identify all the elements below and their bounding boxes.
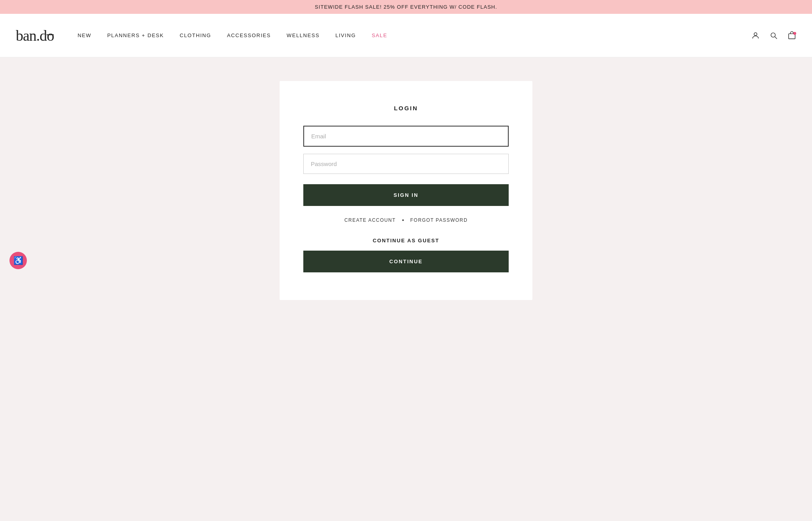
nav-item-wellness[interactable]: WELLNESS [287,32,320,38]
email-input[interactable] [303,126,509,147]
password-input[interactable] [303,154,509,174]
search-icon[interactable] [769,31,778,40]
header-icons [751,31,796,40]
svg-point-4 [793,32,796,34]
svg-point-0 [754,32,757,35]
account-icon[interactable] [751,31,760,40]
cart-icon[interactable] [788,31,796,40]
sign-in-button[interactable]: SIGN IN [303,184,509,206]
login-card: LOGIN SIGN IN CREATE ACCOUNT • FORGOT PA… [280,81,532,300]
nav-item-planners-desk[interactable]: PLANNERS + DESK [107,32,164,38]
nav-item-living[interactable]: LIVING [335,32,356,38]
svg-line-2 [775,37,777,39]
continue-button[interactable]: CONTINUE [303,251,509,272]
dot-separator: • [402,217,404,223]
email-field-container [303,126,509,147]
create-account-link[interactable]: CREATE ACCOUNT [344,217,396,223]
flash-sale-banner: SITEWIDE FLASH SALE! 25% OFF EVERYTHING … [0,0,812,14]
guest-label: CONTINUE AS GUEST [303,238,509,244]
nav-item-new[interactable]: NEW [77,32,91,38]
accessibility-icon: ♿ [13,256,23,265]
nav-item-clothing[interactable]: CLOTHING [180,32,211,38]
login-title: LOGIN [303,105,509,111]
svg-point-1 [771,33,775,37]
logo[interactable]: ban.do [16,27,54,44]
banner-text: SITEWIDE FLASH SALE! 25% OFF EVERYTHING … [315,4,497,10]
nav-item-sale[interactable]: SALE [372,32,387,38]
main-nav: NEW PLANNERS + DESK CLOTHING ACCESSORIES… [77,32,735,38]
main-content: LOGIN SIGN IN CREATE ACCOUNT • FORGOT PA… [0,57,812,519]
nav-item-accessories[interactable]: ACCESSORIES [227,32,271,38]
header: ban.do NEW PLANNERS + DESK CLOTHING ACCE… [0,14,812,57]
account-links: CREATE ACCOUNT • FORGOT PASSWORD [303,217,509,223]
accessibility-button[interactable]: ♿ [9,252,27,269]
forgot-password-link[interactable]: FORGOT PASSWORD [410,217,468,223]
password-field-container [303,154,509,174]
